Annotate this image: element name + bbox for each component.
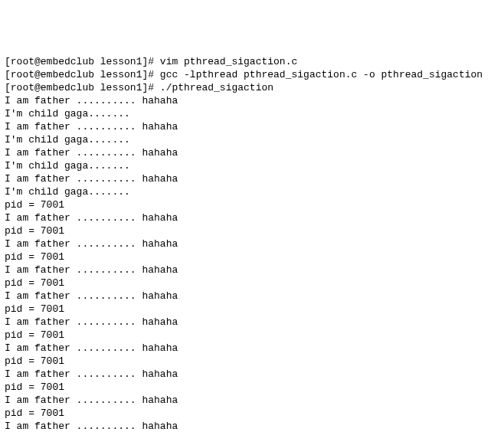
terminal-line: [root@embedclub lesson1]# ./pthread_siga… xyxy=(5,81,499,94)
terminal-output: pid = 7001 xyxy=(5,277,64,289)
shell-prompt: [root@embedclub lesson1]# xyxy=(5,82,160,93)
terminal-line: pid = 7001 xyxy=(5,355,499,368)
terminal-output: I'm child gaga....... xyxy=(5,108,130,119)
shell-command: gcc -lpthread pthread_sigaction.c -o pth… xyxy=(160,69,483,80)
terminal-line: pid = 7001 xyxy=(5,407,499,420)
terminal-output: I am father .......... hahaha xyxy=(5,394,178,406)
terminal-output: I am father .......... hahaha xyxy=(5,342,178,354)
terminal-line: pid = 7001 xyxy=(5,381,499,394)
terminal-line: I'm child gaga....... xyxy=(5,107,499,120)
terminal-line: I am father .......... hahaha xyxy=(5,237,499,250)
terminal-line: I am father .......... hahaha xyxy=(5,94,499,107)
terminal-line: I am father .......... hahaha xyxy=(5,120,499,133)
terminal-line: I am father .......... hahaha xyxy=(5,316,499,329)
terminal-line: pid = 7001 xyxy=(5,303,499,316)
terminal-line: I'm child gaga....... xyxy=(5,133,499,146)
terminal-line: I am father .......... hahaha xyxy=(5,420,499,432)
terminal-line: I am father .......... hahaha xyxy=(5,368,499,381)
shell-command: ./pthread_sigaction xyxy=(160,82,273,93)
terminal-output: I am father .......... hahaha xyxy=(5,316,178,328)
terminal-line: I'm child gaga....... xyxy=(5,185,499,198)
terminal-line: I'm child gaga....... xyxy=(5,159,499,172)
terminal-output: I am father .......... hahaha xyxy=(5,147,178,159)
terminal-line: pid = 7001 xyxy=(5,250,499,263)
terminal-output: pid = 7001 xyxy=(5,303,64,315)
terminal-line: pid = 7001 xyxy=(5,329,499,342)
terminal-window[interactable]: [root@embedclub lesson1]# vim pthread_si… xyxy=(5,55,499,432)
shell-prompt: [root@embedclub lesson1]# xyxy=(5,56,160,67)
terminal-output: I am father .......... hahaha xyxy=(5,238,178,250)
terminal-line: I am father .......... hahaha xyxy=(5,172,499,185)
terminal-output: pid = 7001 xyxy=(5,251,64,263)
terminal-line: pid = 7001 xyxy=(5,198,499,211)
terminal-line: I am father .......... hahaha xyxy=(5,290,499,303)
terminal-line: pid = 7001 xyxy=(5,277,499,290)
terminal-output: pid = 7001 xyxy=(5,381,64,393)
terminal-line: I am father .......... hahaha xyxy=(5,146,499,159)
terminal-output: I am father .......... hahaha xyxy=(5,421,178,432)
shell-prompt: [root@embedclub lesson1]# xyxy=(5,69,160,80)
terminal-line: I am father .......... hahaha xyxy=(5,211,499,224)
terminal-output: I'm child gaga....... xyxy=(5,160,130,172)
terminal-output: I am father .......... hahaha xyxy=(5,95,178,106)
terminal-line: I am father .......... hahaha xyxy=(5,394,499,407)
terminal-output: I am father .......... hahaha xyxy=(5,173,178,185)
terminal-output: I am father .......... hahaha xyxy=(5,264,178,276)
terminal-line: I am father .......... hahaha xyxy=(5,263,499,277)
terminal-line: [root@embedclub lesson1]# vim pthread_si… xyxy=(5,55,499,68)
terminal-line: pid = 7001 xyxy=(5,224,499,237)
terminal-line: [root@embedclub lesson1]# gcc -lpthread … xyxy=(5,68,499,81)
terminal-output: pid = 7001 xyxy=(5,355,64,367)
terminal-output: pid = 7001 xyxy=(5,225,64,237)
terminal-output: pid = 7001 xyxy=(5,199,64,211)
terminal-line: I am father .......... hahaha xyxy=(5,342,499,355)
terminal-output: I'm child gaga....... xyxy=(5,186,130,198)
terminal-output: I am father .......... hahaha xyxy=(5,212,178,224)
terminal-output: pid = 7001 xyxy=(5,407,64,419)
terminal-output: I am father .......... hahaha xyxy=(5,290,178,302)
terminal-output: pid = 7001 xyxy=(5,329,64,341)
terminal-output: I'm child gaga....... xyxy=(5,134,130,146)
terminal-output: I am father .......... hahaha xyxy=(5,121,178,133)
shell-command: vim pthread_sigaction.c xyxy=(160,56,297,67)
terminal-output: I am father .......... hahaha xyxy=(5,368,178,380)
